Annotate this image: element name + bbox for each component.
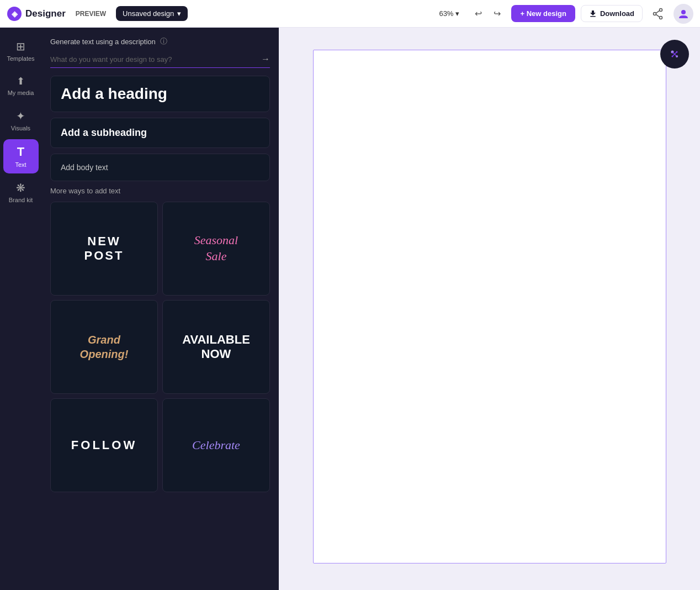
brand-kit-icon: ❋ (16, 181, 25, 194)
logo-icon: ◈ (7, 6, 22, 22)
info-icon[interactable]: ⓘ (160, 36, 167, 46)
canvas-area[interactable] (279, 28, 700, 590)
text-style-card-new-post[interactable]: NEW POST (50, 202, 158, 296)
text-style-card-available-now[interactable]: AVAILABLE NOW (162, 300, 270, 394)
sidebar-nav: ⊞ Templates ⬆ My media ✦ Visuals T Text … (0, 28, 41, 590)
preview-button[interactable]: PREVIEW (71, 8, 110, 20)
add-subheading-option[interactable]: Add a subheading (50, 118, 270, 148)
my-media-icon: ⬆ (17, 75, 25, 87)
panel-title-row: Generate text using a description ⓘ (50, 36, 270, 46)
topbar: ◈ Designer PREVIEW Unsaved design ▾ 63% … (0, 0, 700, 28)
svg-text:◈: ◈ (11, 9, 18, 18)
svg-point-5 (654, 12, 656, 15)
add-heading-option[interactable]: Add a heading (50, 76, 270, 112)
app-name: Designer (25, 8, 66, 19)
sidebar-item-templates[interactable]: ⊞ Templates (3, 34, 39, 67)
visuals-icon: ✦ (16, 109, 25, 123)
design-name-button[interactable]: Unsaved design ▾ (116, 6, 188, 21)
ai-fab-button[interactable] (660, 40, 689, 69)
chevron-down-icon: ▾ (177, 9, 181, 18)
logo-area[interactable]: ◈ Designer (7, 6, 66, 22)
text-styles-grid: NEW POST Seasonal Sale Grand Opening! (50, 202, 270, 492)
avatar-icon (678, 8, 689, 19)
canvas-frame (313, 50, 666, 563)
share-icon (652, 8, 664, 20)
zoom-control[interactable]: 63% ▾ (434, 7, 464, 20)
more-ways-label: More ways to add text (50, 187, 270, 195)
chevron-down-icon: ▾ (455, 9, 459, 18)
text-style-card-grand-opening[interactable]: Grand Opening! (50, 300, 158, 394)
sidebar-item-brand-kit[interactable]: ❋ Brand kit (3, 176, 39, 209)
undo-redo-group: ↩ ↪ (469, 5, 506, 23)
share-button[interactable] (648, 4, 668, 24)
avatar-button[interactable] (674, 4, 693, 24)
new-design-button[interactable]: + New design (511, 5, 575, 22)
sidebar-item-text[interactable]: T Text (3, 139, 39, 173)
download-button[interactable]: Download (581, 5, 643, 22)
generate-arrow-button[interactable]: → (261, 54, 270, 64)
download-icon (589, 10, 597, 18)
text-style-card-follow[interactable]: FOLLOW (50, 398, 158, 492)
undo-button[interactable]: ↩ (469, 5, 487, 23)
text-style-card-seasonal-sale[interactable]: Seasonal Sale (162, 202, 270, 296)
sidebar-item-my-media[interactable]: ⬆ My media (3, 70, 39, 102)
ai-sparkle-icon (668, 48, 681, 61)
text-panel: Generate text using a description ⓘ → Ad… (41, 28, 279, 590)
svg-point-4 (660, 16, 662, 19)
text-icon: T (17, 145, 24, 159)
text-style-card-celebrate[interactable]: Celebrate (162, 398, 270, 492)
svg-line-6 (656, 10, 660, 13)
sidebar-item-visuals[interactable]: ✦ Visuals (3, 104, 39, 137)
svg-rect-2 (590, 16, 596, 17)
generate-input-wrap: → (50, 54, 270, 68)
templates-icon: ⊞ (16, 40, 25, 53)
redo-button[interactable]: ↪ (488, 5, 506, 23)
add-body-option[interactable]: Add body text (50, 154, 270, 181)
svg-point-3 (660, 8, 662, 11)
panel-title: Generate text using a description (50, 38, 156, 46)
svg-point-8 (681, 10, 686, 14)
main-layout: ⊞ Templates ⬆ My media ✦ Visuals T Text … (0, 28, 700, 590)
svg-line-7 (656, 14, 660, 17)
generate-input[interactable] (50, 55, 261, 64)
